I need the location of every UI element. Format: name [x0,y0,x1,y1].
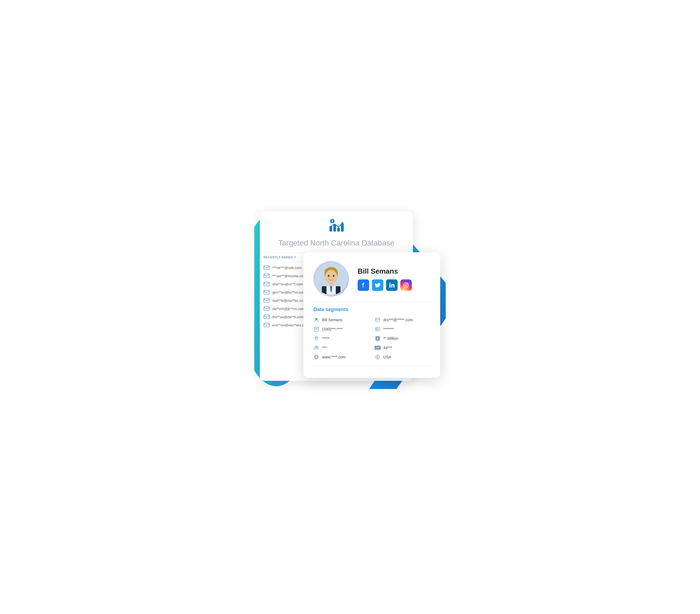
segment-country: USA [375,354,430,360]
svg-rect-39 [378,329,379,329]
svg-rect-13 [264,307,269,311]
instagram-button[interactable] [400,279,412,291]
avatar-ring [313,261,349,297]
email-icon [264,265,270,270]
svg-rect-12 [264,299,269,302]
svg-rect-6 [341,223,344,231]
bottom-divider [313,365,430,366]
svg-point-19 [325,270,337,284]
svg-rect-8 [264,266,269,270]
svg-point-21 [333,275,334,277]
email-icon [264,298,270,303]
segment-id: ******* [375,326,430,332]
data-segments-title: Data segments [313,307,430,312]
segment-revenue: $ ** Million [375,336,430,341]
social-icons [358,279,430,291]
svg-rect-14 [264,315,269,319]
svg-rect-35 [315,329,317,329]
revenue-icon: $ [375,336,380,341]
avatar [315,263,347,295]
svg-rect-4 [333,224,336,231]
segment-zip: ZIP 44*** [375,345,430,351]
svg-rect-40 [378,329,379,330]
email-icon [375,317,380,323]
logo-row: $ [329,219,344,235]
svg-point-29 [405,284,407,286]
profile-card: Bill Semans [303,252,440,378]
location-icon [313,336,320,341]
profile-name: Bill Semans [358,267,430,276]
svg-point-38 [376,329,378,330]
person-icon [313,317,320,323]
svg-point-41 [316,337,317,338]
email-icon [264,290,270,295]
avatar-inner [315,263,347,295]
email-icon [264,306,270,311]
globe-icon [375,354,380,360]
twitter-button[interactable] [372,279,383,291]
linkedin-button[interactable] [386,279,398,291]
email-icon [264,274,270,278]
zip-badge: ZIP [375,346,380,350]
segment-employees: *** [313,345,369,351]
svg-rect-33 [314,327,318,331]
email-icon [264,282,270,286]
svg-point-20 [328,275,329,277]
phone-icon [313,326,320,332]
svg-rect-26 [389,284,390,288]
website-icon [313,354,320,360]
svg-point-27 [389,283,390,284]
data-grid: Bill Semans drs***@*****.com [313,317,430,360]
svg-rect-3 [329,226,332,231]
svg-rect-34 [315,328,317,328]
zip-icon: ZIP [375,345,380,351]
svg-rect-32 [375,318,380,322]
db-card-header: $ Targeted North Carolina Database [260,211,413,253]
svg-point-31 [315,318,317,320]
chevron-down-icon: ▼ [294,256,297,259]
facebook-button[interactable] [358,279,369,291]
segment-phone: (330)***-**** [313,326,369,332]
svg-rect-15 [264,323,269,327]
svg-rect-9 [264,274,269,278]
segment-name: Bill Semans [313,317,369,323]
svg-point-44 [315,346,316,348]
svg-point-7 [341,222,343,224]
id-icon [375,326,380,332]
profile-info: Bill Semans [358,267,430,291]
chart-icon: $ [329,219,344,235]
svg-rect-36 [315,329,317,330]
segment-website: www.****.com [313,354,369,360]
svg-rect-10 [264,282,269,286]
segment-location: ***** [313,336,369,341]
email-icon [264,323,270,327]
svg-rect-11 [264,290,269,294]
email-icon [264,315,270,319]
divider [313,302,430,302]
svg-point-30 [407,283,408,284]
svg-text:$: $ [377,337,378,340]
segment-email: drs***@*****.com [375,317,430,323]
profile-top: Bill Semans [313,261,430,297]
svg-point-45 [317,346,318,348]
svg-text:$: $ [332,220,333,223]
db-title: Targeted North Carolina Database [278,238,395,248]
employees-icon [313,345,320,351]
svg-rect-5 [337,228,340,231]
